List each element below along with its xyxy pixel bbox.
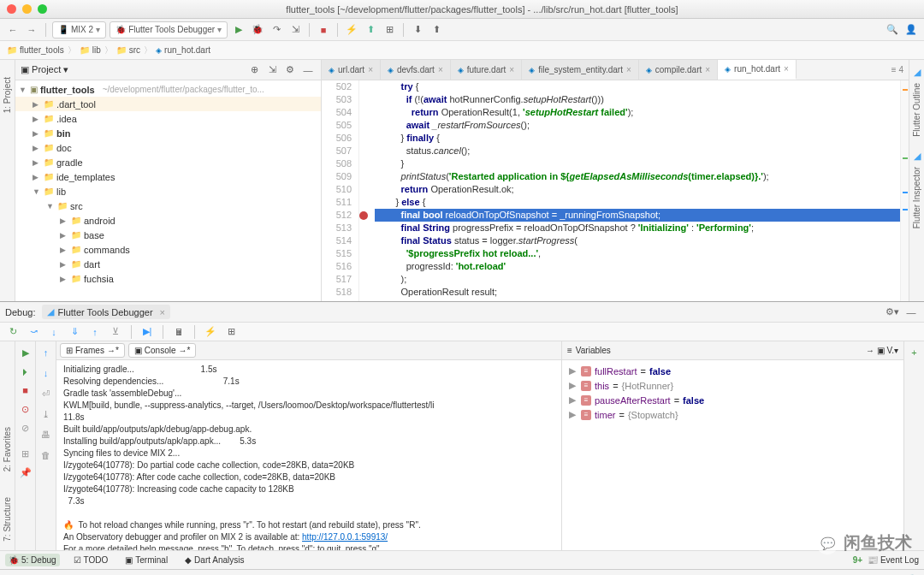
run-to-cursor-icon[interactable]: ▶|	[139, 324, 155, 340]
gear-icon[interactable]: ⚙▾	[885, 305, 900, 320]
step-icon[interactable]: ↷	[269, 22, 284, 38]
tree-item[interactable]: ▶📁ide_templates	[15, 169, 321, 184]
clear-icon[interactable]: 🗑	[38, 448, 54, 463]
variable-row[interactable]: ▶≡ pauseAfterRestart = false	[566, 393, 900, 407]
editor-tab[interactable]: ◈run_hot.dart×	[718, 60, 797, 80]
editor-tab[interactable]: ◈url.dart×	[322, 60, 381, 80]
rerun-icon[interactable]: ↻	[5, 324, 21, 340]
project-tool-button[interactable]: 1: Project	[3, 77, 12, 113]
code-content[interactable]: try { if (!(await hotRunnerConfig.setupH…	[371, 80, 900, 301]
structure-button[interactable]: 7: Structure	[3, 497, 12, 542]
forward-icon[interactable]: →	[24, 22, 39, 38]
variable-row[interactable]: ▶≡ this = {HotRunner}	[566, 378, 900, 393]
tree-item[interactable]: ▶📁doc	[15, 140, 321, 155]
debug-icon[interactable]: 🐞	[250, 22, 265, 38]
tree-item[interactable]: ▼📁src	[15, 199, 321, 213]
reload-icon[interactable]: ⚡	[203, 324, 218, 340]
user-icon[interactable]: 👤	[903, 22, 919, 38]
maximize-window-icon[interactable]	[38, 4, 47, 14]
tree-root[interactable]: ▼▣ flutter_tools ~/development/flutter/p…	[15, 82, 321, 97]
breadcrumb-item[interactable]: 📁lib	[80, 45, 101, 55]
flutter-icon[interactable]: ◢	[914, 67, 921, 78]
variables-body[interactable]: ▶≡ fullRestart = false▶≡ this = {HotRunn…	[562, 360, 903, 550]
breakpoint-icon[interactable]	[359, 211, 368, 220]
editor-tab[interactable]: ◈file_system_entity.dart×	[522, 60, 639, 80]
drop-frame-icon[interactable]: ⊻	[108, 324, 123, 340]
minimize-window-icon[interactable]	[22, 4, 32, 14]
resume-icon[interactable]: ⏵	[18, 364, 33, 379]
breakpoints-icon[interactable]: ⊙	[18, 401, 33, 417]
tree-item[interactable]: ▶📁gradle	[15, 155, 321, 169]
close-tab-icon[interactable]: ×	[626, 65, 631, 74]
run-icon[interactable]: ▶	[231, 22, 246, 38]
debug-session-tab[interactable]: ◢Flutter Tools Debugger×	[42, 305, 170, 319]
hide-icon[interactable]: —	[300, 62, 316, 78]
gear-icon[interactable]: ⚙	[282, 62, 298, 78]
step-out-icon[interactable]: ↑	[87, 324, 103, 340]
tree-item[interactable]: ▶📁bin	[15, 126, 321, 140]
hide-icon[interactable]: —	[903, 305, 919, 320]
run-config-selector[interactable]: 🐞Flutter Tools Debugger▾	[110, 21, 228, 39]
close-tab-icon[interactable]: ×	[438, 65, 443, 74]
project-dropdown[interactable]: ▣ Project ▾	[21, 64, 68, 75]
observatory-link[interactable]: http://127.0.0.1:59913/	[302, 532, 388, 542]
editor-tab[interactable]: ◈future.dart×	[451, 60, 522, 80]
close-tab-icon[interactable]: ×	[368, 65, 373, 74]
stop-icon[interactable]: ■	[316, 22, 331, 38]
reload-icon[interactable]: ⚡	[344, 22, 359, 38]
evaluate-icon[interactable]: 🖩	[171, 324, 187, 340]
close-tab-icon[interactable]: ×	[784, 64, 789, 74]
device-selector[interactable]: 📱MIX 2▾	[52, 21, 106, 39]
devtools-icon[interactable]: ⊞	[382, 22, 397, 38]
flutter-inspector-button[interactable]: Flutter Inspector	[912, 167, 921, 228]
console-output[interactable]: Initializing gradle... 1.5s Resolving de…	[56, 360, 561, 550]
step-over-icon[interactable]: ⤻	[26, 324, 41, 340]
frames-tab[interactable]: ⊞ Frames →*	[60, 343, 125, 358]
tree-item[interactable]: ▶📁dart	[15, 257, 321, 271]
flutter-outline-button[interactable]: Flutter Outline	[912, 83, 921, 137]
down-icon[interactable]: ↓	[38, 365, 54, 381]
tree-item[interactable]: ▶📁commands	[15, 242, 321, 257]
tree-item[interactable]: ▶📁base	[15, 228, 321, 242]
breadcrumb-item[interactable]: ◈run_hot.dart	[156, 45, 210, 55]
up-icon[interactable]: ↑	[38, 345, 54, 360]
tree-item[interactable]: ▶📁fuchsia	[15, 271, 321, 286]
step-into-icon[interactable]: ↓	[46, 324, 62, 340]
close-tab-icon[interactable]: ×	[705, 65, 710, 74]
breadcrumb-item[interactable]: 📁flutter_tools	[7, 45, 64, 55]
variable-row[interactable]: ▶≡ timer = {Stopwatch}	[566, 407, 900, 422]
close-tab-icon[interactable]: ×	[509, 65, 514, 74]
minimap[interactable]	[900, 80, 909, 301]
upload-icon[interactable]: ⬆	[363, 22, 378, 38]
attach-icon[interactable]: ⇲	[287, 22, 303, 38]
tabs-overflow[interactable]: ≡ 4	[886, 65, 909, 74]
scroll-icon[interactable]: ⤓	[38, 406, 54, 422]
print-icon[interactable]: 🖶	[38, 427, 54, 442]
favorites-button[interactable]: 2: Favorites	[3, 427, 12, 471]
vcs-icon[interactable]: ⬇	[410, 22, 425, 38]
bottom-tab[interactable]: 🐞 5: Debug	[5, 554, 60, 566]
editor-tab[interactable]: ◈devfs.dart×	[381, 60, 451, 80]
mute-bp-icon[interactable]: ⊘	[18, 420, 33, 436]
collapse-icon[interactable]: ⇲	[264, 62, 280, 78]
tree-item[interactable]: ▶📁android	[15, 213, 321, 228]
vars-menu-icon[interactable]: → ▣ V.▾	[866, 346, 898, 355]
rerun-icon[interactable]: ▶	[18, 345, 33, 360]
bottom-tab[interactable]: ◆ Dart Analysis	[181, 554, 247, 566]
force-step-icon[interactable]: ⇓	[67, 324, 82, 340]
pin-icon[interactable]: 📌	[18, 465, 33, 480]
wrap-icon[interactable]: ⏎	[38, 386, 54, 401]
add-watch-icon[interactable]: +	[907, 345, 922, 360]
code-editor[interactable]: 5025035045055065075085095105115125135145…	[322, 80, 909, 301]
tree-item[interactable]: ▶📁.dart_tool	[15, 97, 321, 111]
flutter-icon[interactable]: ◢	[914, 151, 921, 162]
event-log-button[interactable]: 📰 Event Log	[868, 555, 919, 565]
bottom-tab[interactable]: ▣ Terminal	[121, 554, 171, 566]
breadcrumb-item[interactable]: 📁src	[116, 45, 140, 55]
tree-item[interactable]: ▼📁lib	[15, 184, 321, 199]
project-tree[interactable]: ▼▣ flutter_tools ~/development/flutter/p…	[15, 80, 321, 301]
open-devtools-icon[interactable]: ⊞	[223, 324, 239, 340]
tree-item[interactable]: ▶📁.idea	[15, 111, 321, 126]
stop-icon[interactable]: ■	[18, 382, 33, 398]
bottom-tab[interactable]: ☑ TODO	[70, 554, 112, 566]
